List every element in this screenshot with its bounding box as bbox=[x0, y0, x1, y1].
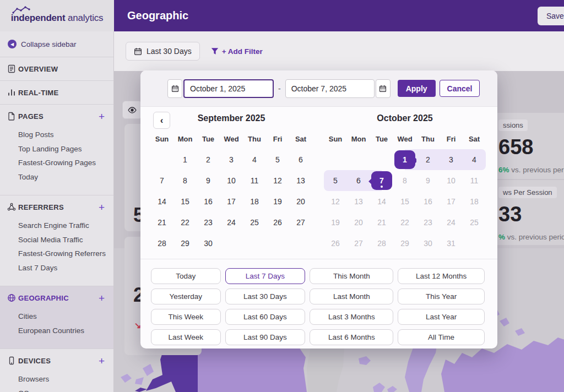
day-cell-20[interactable]: 20 bbox=[289, 191, 312, 212]
day-cell-19[interactable]: 19 bbox=[266, 191, 289, 212]
day-cell-16: 16 bbox=[416, 191, 440, 212]
sidebar-item-pages[interactable]: PAGES+ bbox=[0, 105, 113, 128]
sidebar-item-geographic[interactable]: GEOGRAPHIC+ bbox=[0, 286, 113, 309]
preset-last-3-months[interactable]: Last 3 Months bbox=[310, 309, 393, 325]
start-calendar-icon[interactable] bbox=[167, 79, 182, 98]
sidebar-item-cities[interactable]: Cities bbox=[0, 309, 113, 324]
day-cell-14[interactable]: 14 bbox=[150, 191, 173, 212]
day-cell-22[interactable]: 22 bbox=[173, 212, 197, 233]
day-cell-6[interactable]: 6 bbox=[347, 170, 370, 191]
day-cell-30[interactable]: 30 bbox=[197, 233, 220, 254]
weekday-label: Thu bbox=[243, 129, 266, 149]
logo-text-secondary: analytics bbox=[65, 13, 103, 23]
preset-last-60-days[interactable]: Last 60 Days bbox=[225, 309, 306, 325]
day-cell-5[interactable]: 5 bbox=[266, 149, 289, 170]
day-cell-24[interactable]: 24 bbox=[220, 212, 243, 233]
sidebar-item-fastest-growing-pages[interactable]: Fastest-Growing Pages bbox=[0, 156, 113, 170]
day-cell-27[interactable]: 27 bbox=[289, 212, 312, 233]
preset-this-year[interactable]: This Year bbox=[398, 288, 485, 304]
preset-last-90-days[interactable]: Last 90 Days bbox=[225, 329, 306, 345]
day-cell-10[interactable]: 10 bbox=[220, 170, 243, 191]
preset-last-week[interactable]: Last Week bbox=[151, 329, 221, 345]
calendar-icon bbox=[134, 47, 142, 56]
preset-last-year[interactable]: Last Year bbox=[398, 309, 485, 325]
day-cell-18[interactable]: 18 bbox=[243, 191, 266, 212]
sidebar-item-browsers[interactable]: Browsers bbox=[0, 372, 113, 386]
preset-last-month[interactable]: Last Month bbox=[310, 288, 393, 304]
day-cell-16[interactable]: 16 bbox=[197, 191, 220, 212]
sidebar-item-referrers[interactable]: REFERRERS+ bbox=[0, 195, 113, 219]
plus-icon[interactable]: + bbox=[99, 202, 105, 213]
preset-last-30-days[interactable]: Last 30 Days bbox=[225, 288, 306, 304]
sidebar-item-top-landing-pages[interactable]: Top Landing Pages bbox=[0, 142, 113, 156]
sidebar-item-overview[interactable]: OVERVIEW bbox=[0, 57, 113, 80]
date-range-button[interactable]: Last 30 Days bbox=[126, 42, 200, 61]
day-cell-7[interactable]: 7 bbox=[150, 170, 173, 191]
day-cell-12[interactable]: 12 bbox=[266, 170, 289, 191]
day-cell-7[interactable]: 7 bbox=[370, 170, 393, 191]
add-filter-button[interactable]: + Add Filter bbox=[211, 47, 263, 56]
day-cell-2[interactable]: 2 bbox=[416, 149, 440, 170]
weekday-label: Fri bbox=[266, 129, 289, 149]
day-cell-4[interactable]: 4 bbox=[463, 149, 486, 170]
preset-this-month[interactable]: This Month bbox=[310, 268, 393, 284]
preset-last-6-months[interactable]: Last 6 Months bbox=[310, 329, 393, 345]
day-cell-3[interactable]: 3 bbox=[440, 149, 463, 170]
sidebar-item-fastest-growing-referrers[interactable]: Fastest-Growing Referrers bbox=[0, 247, 113, 261]
day-cell-21[interactable]: 21 bbox=[150, 212, 173, 233]
apply-button[interactable]: Apply bbox=[398, 80, 436, 97]
day-cell-8[interactable]: 8 bbox=[173, 170, 197, 191]
sidebar-item-social-media-traffic[interactable]: Social Media Traffic bbox=[0, 233, 113, 247]
preset-today[interactable]: Today bbox=[151, 268, 221, 284]
save-button[interactable]: Save A bbox=[538, 7, 564, 25]
sidebar-item-os[interactable]: OS bbox=[0, 386, 113, 392]
day-cell-3[interactable]: 3 bbox=[220, 149, 243, 170]
start-date-input[interactable] bbox=[183, 79, 274, 98]
day-cell-4[interactable]: 4 bbox=[243, 149, 266, 170]
day-cell-17[interactable]: 17 bbox=[220, 191, 243, 212]
day-cell-2[interactable]: 2 bbox=[197, 149, 220, 170]
end-date-input[interactable] bbox=[285, 79, 375, 98]
day-cell-9: 9 bbox=[416, 170, 440, 191]
day-cell-13[interactable]: 13 bbox=[289, 170, 312, 191]
empty-day-cell bbox=[243, 233, 266, 254]
sidebar-item-blog-posts[interactable]: Blog Posts bbox=[0, 128, 113, 142]
day-cell-30: 30 bbox=[416, 233, 440, 254]
weekday-label: Mon bbox=[347, 129, 370, 149]
collapse-sidebar-button[interactable]: ◀ Collapse sidebar bbox=[0, 31, 113, 57]
share-icon bbox=[7, 203, 16, 211]
day-cell-15[interactable]: 15 bbox=[173, 191, 197, 212]
plus-icon[interactable]: + bbox=[99, 111, 105, 122]
empty-day-cell bbox=[266, 233, 289, 254]
day-cell-1[interactable]: 1 bbox=[393, 149, 416, 170]
cancel-button[interactable]: Cancel bbox=[440, 80, 480, 97]
sidebar-item-european-countries[interactable]: European Countries bbox=[0, 324, 113, 338]
sidebar-item-search-engine-traffic[interactable]: Search Engine Traffic bbox=[0, 219, 113, 233]
sidebar-item-today[interactable]: Today bbox=[0, 170, 113, 184]
sidebar-item-real-time[interactable]: REAL-TIME bbox=[0, 81, 113, 104]
sidebar-item-devices[interactable]: DEVICES+ bbox=[0, 349, 113, 372]
preset-all-time[interactable]: All Time bbox=[398, 329, 485, 345]
day-cell-9[interactable]: 9 bbox=[197, 170, 220, 191]
day-cell-5[interactable]: 5 bbox=[324, 170, 347, 191]
eye-toggle-button[interactable] bbox=[122, 101, 142, 119]
weekday-label: Sat bbox=[289, 129, 312, 149]
sidebar-item-last-7-days[interactable]: Last 7 Days bbox=[0, 261, 113, 275]
weekday-header: SunMonTueWedThuFriSat bbox=[324, 129, 486, 149]
plus-icon[interactable]: + bbox=[99, 356, 105, 366]
day-cell-1[interactable]: 1 bbox=[173, 149, 197, 170]
preset-last-12-months[interactable]: Last 12 Months bbox=[398, 268, 485, 284]
plus-icon[interactable]: + bbox=[99, 293, 105, 303]
day-cell-26[interactable]: 26 bbox=[266, 212, 289, 233]
day-cell-28[interactable]: 28 bbox=[150, 233, 173, 254]
eye-icon bbox=[128, 107, 137, 113]
preset-this-week[interactable]: This Week bbox=[151, 309, 221, 325]
day-cell-6[interactable]: 6 bbox=[289, 149, 312, 170]
preset-yesterday[interactable]: Yesterday bbox=[151, 288, 221, 304]
day-cell-11[interactable]: 11 bbox=[243, 170, 266, 191]
day-cell-25[interactable]: 25 bbox=[243, 212, 266, 233]
day-cell-29[interactable]: 29 bbox=[173, 233, 197, 254]
day-cell-23[interactable]: 23 bbox=[197, 212, 220, 233]
preset-last-7-days[interactable]: Last 7 Days bbox=[225, 268, 306, 284]
end-calendar-icon[interactable] bbox=[376, 79, 391, 98]
